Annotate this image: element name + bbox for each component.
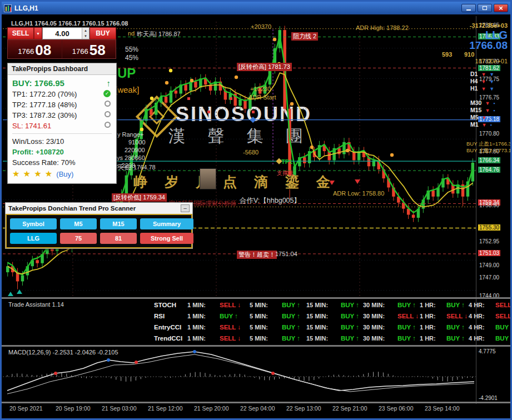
minimize-button[interactable] bbox=[461, 4, 476, 12]
signal-value: BUY ↑ bbox=[446, 302, 465, 308]
sell-arrow-icon: ▼ bbox=[481, 86, 486, 92]
stepper-down-icon[interactable]: ▼ bbox=[82, 33, 89, 39]
ask-pips: 58 bbox=[90, 43, 106, 57]
price-axis-label: 1749.00 bbox=[478, 262, 500, 268]
scanner-header-summary[interactable]: Summary bbox=[140, 218, 193, 229]
buy-signal-text: BUY: 1766.95 bbox=[12, 78, 64, 88]
signal-value: BUY ↑ bbox=[495, 324, 512, 331]
scanner-minimize-button[interactable]: – bbox=[181, 204, 190, 212]
tp1-marker-label: TP1 bbox=[281, 158, 292, 165]
scanner-header-m15[interactable]: M15 bbox=[100, 218, 137, 229]
indicator-name: TrendCCI bbox=[154, 335, 182, 342]
titlebar: LLG,H1 × bbox=[2, 2, 510, 14]
rating-row: ★ ★ ★ ★(Buy) bbox=[12, 168, 112, 180]
sell-arrow-icon: ▼ bbox=[481, 72, 486, 77]
check-icon: ✓ bbox=[103, 90, 111, 97]
macd-scale-max: 4.7775 bbox=[479, 348, 496, 354]
fragment-val4: s 2298 bbox=[117, 162, 135, 169]
signal-value: BUY ↑ bbox=[282, 313, 300, 319]
lot-stepper[interactable]: ▲ ▼ bbox=[82, 28, 89, 39]
time-axis-label: 22 Sep 13:00 bbox=[286, 405, 321, 412]
panel-divider[interactable] bbox=[2, 402, 512, 403]
restore-button[interactable] bbox=[478, 4, 492, 12]
scanner-cell-1[interactable]: 75 bbox=[60, 233, 97, 244]
stepper-up-icon[interactable]: ▲ bbox=[82, 28, 89, 33]
dashboard-tp1-row: TP1: 1772.20 (70%)✓ bbox=[12, 89, 112, 99]
buy-button[interactable]: BUY bbox=[90, 27, 116, 39]
timeframe-label: 1 MIN: bbox=[187, 324, 206, 331]
pending-icon bbox=[105, 122, 111, 128]
signal-value: BUY ↑ bbox=[341, 335, 359, 342]
scanner-header-m5[interactable]: M5 bbox=[60, 218, 97, 229]
timeframe-label: 5 MIN: bbox=[250, 313, 268, 319]
signal-value: SELL ↓ bbox=[220, 335, 241, 342]
pending-icon bbox=[105, 101, 111, 107]
panel-divider[interactable] bbox=[2, 345, 512, 347]
star-rating: ★ ★ ★ ★ bbox=[12, 169, 53, 178]
sell-dropdown-button[interactable]: ▼ bbox=[34, 27, 42, 39]
indicator-name: STOCH bbox=[154, 302, 176, 308]
arrow-up-icon: ↑ bbox=[107, 78, 111, 88]
current-price: 1766.08 bbox=[429, 39, 508, 52]
tp1-text: TP1: 1772.20 (70%) bbox=[12, 90, 77, 98]
support-line-label: 支撑线 bbox=[277, 169, 294, 177]
scanner-cell-2[interactable]: 81 bbox=[100, 233, 137, 244]
scanner-cell-0[interactable]: LLG bbox=[10, 233, 57, 244]
resistance-line-label: 阻力线 2 bbox=[291, 32, 318, 41]
panel-divider[interactable] bbox=[2, 297, 512, 299]
bid-price: 1766 08 bbox=[8, 40, 62, 58]
timeframe-label: 4 HR: bbox=[469, 335, 485, 342]
buy-tp2-line: BUY 止盈2=1773.18 bbox=[466, 147, 512, 154]
buy-marker-icon: ▪ bbox=[493, 108, 495, 113]
reversal-low-label: [反转价低] 1759.34 bbox=[112, 193, 167, 202]
signal-value: SELL ↓ bbox=[397, 313, 419, 319]
buy-marker-icon: ▼ bbox=[489, 86, 494, 92]
delta-low-label: -5680 bbox=[243, 149, 259, 156]
tf-signal-row-m30: M30▼▪ bbox=[470, 99, 495, 107]
fragment-val2: 220900 bbox=[125, 147, 145, 153]
points-value-2: 910 bbox=[464, 51, 474, 58]
buy-percent: 45% bbox=[125, 54, 138, 62]
price-axis-label: 1752.95 bbox=[478, 238, 500, 244]
timeframe-label: 1 HR: bbox=[420, 302, 436, 308]
signal-value: SELL ↓ bbox=[446, 313, 468, 319]
ta-row-stoch: STOCH1 MIN:SELL ↓5 MIN:BUY ↑15 MIN:BUY ↑… bbox=[154, 302, 512, 313]
macd-signal-line bbox=[7, 354, 474, 394]
sell-arrow-icon: ▼ bbox=[482, 115, 487, 121]
signal-value: BUY ↑ bbox=[282, 335, 300, 342]
macd-scale-min: -4.2901 bbox=[479, 395, 498, 401]
bid-pips: 08 bbox=[35, 43, 51, 57]
tf-label: M5 bbox=[470, 114, 479, 121]
ta-row-trendcci: TrendCCI1 MIN:SELL ↓5 MIN:BUY ↑15 MIN:BU… bbox=[154, 335, 512, 346]
buy-marker-icon: ▪ bbox=[490, 115, 492, 121]
dashboard-tp2-row: TP2: 1777.18 (48%) bbox=[12, 99, 112, 110]
scanner-header-symbol[interactable]: Symbol bbox=[10, 218, 57, 229]
trade-assistant-title: Trade Assistant 1.14 bbox=[8, 301, 64, 308]
dashboard-sl-row: SL: 1741.61 bbox=[12, 121, 112, 131]
fragment-val1: 91000 bbox=[128, 139, 146, 146]
signal-value: BUY ↑ bbox=[341, 313, 359, 319]
buy-marker-icon: ▪ bbox=[490, 122, 492, 128]
trend-direction: UP bbox=[117, 66, 136, 81]
indicator-name: EntryCCI bbox=[154, 324, 181, 331]
lot-size-field[interactable]: 4.00 ▲ ▼ bbox=[42, 27, 90, 39]
timeframe-label: 15 MIN: bbox=[306, 324, 328, 331]
avatar bbox=[200, 168, 216, 189]
time-axis[interactable]: 20 Sep 202120 Sep 19:0021 Sep 03:0021 Se… bbox=[2, 405, 512, 414]
close-button[interactable]: × bbox=[494, 4, 508, 12]
tf-label: M30 bbox=[470, 99, 481, 106]
lot-size-value[interactable]: 4.00 bbox=[43, 28, 82, 39]
trend-strength: [weak] bbox=[115, 85, 139, 94]
time-axis-label: 22 Sep 04:00 bbox=[240, 405, 275, 412]
scanner-cell-3[interactable]: Strong Sell bbox=[140, 233, 193, 244]
sell-button[interactable]: SELL bbox=[7, 27, 34, 39]
timeframe-label: 30 MIN: bbox=[363, 313, 385, 319]
dashboard-title: TakePropips Dashboard bbox=[8, 63, 116, 75]
time-axis-label: 22 Sep 21:00 bbox=[332, 405, 367, 412]
adr-low-label: ADR Low: 1758.80 bbox=[333, 190, 384, 197]
ta-row-entrycci: EntryCCI1 MIN:SELL ↓5 MIN:BUY ↑15 MIN:BU… bbox=[154, 324, 512, 335]
signal-value: BUY ↑ bbox=[446, 335, 465, 342]
timeframe-label: 1 HR: bbox=[420, 324, 436, 331]
signal-value: BUY ↑ bbox=[397, 302, 416, 308]
adr-high-label: ADR High: 1788.22 bbox=[356, 24, 409, 31]
